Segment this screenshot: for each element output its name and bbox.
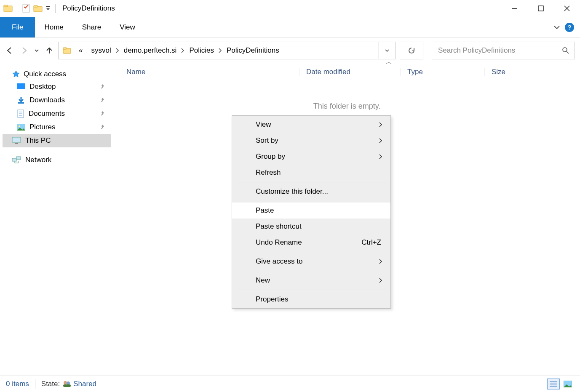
pin-icon — [99, 111, 105, 117]
svg-rect-23 — [16, 157, 21, 160]
download-icon — [17, 96, 25, 104]
svg-rect-9 — [63, 48, 67, 49]
svg-rect-22 — [12, 158, 16, 161]
ctx-new[interactable]: New — [232, 272, 390, 288]
breadcrumb-seg-0[interactable]: sysvol — [87, 46, 115, 55]
ctx-customize-folder[interactable]: Customize this folder... — [232, 184, 390, 200]
maximize-button[interactable] — [528, 0, 554, 17]
svg-rect-5 — [46, 6, 50, 7]
navigation-tree[interactable]: Quick access Desktop Downloads Documents… — [0, 63, 114, 375]
separator — [55, 4, 56, 13]
view-large-icons-button[interactable] — [561, 379, 574, 389]
svg-point-10 — [563, 48, 567, 52]
svg-point-24 — [64, 381, 67, 384]
ctx-undo-rename[interactable]: Undo RenameCtrl+Z — [232, 235, 390, 251]
separator — [35, 379, 35, 389]
tab-home[interactable]: Home — [35, 17, 72, 37]
ribbon-expand-icon[interactable] — [553, 24, 561, 31]
tree-item-documents[interactable]: Documents — [3, 107, 111, 120]
tab-share[interactable]: Share — [73, 17, 110, 37]
forward-button[interactable] — [19, 46, 29, 55]
new-folder-icon[interactable] — [33, 4, 43, 13]
ctx-sort-by[interactable]: Sort by — [232, 133, 390, 149]
chevron-right-icon[interactable] — [218, 48, 222, 53]
help-button[interactable]: ? — [565, 23, 574, 32]
address-folder-icon — [59, 46, 75, 55]
svg-rect-7 — [538, 6, 543, 11]
chevron-right-icon — [379, 277, 383, 283]
tree-item-desktop[interactable]: Desktop — [3, 80, 111, 93]
svg-rect-13 — [18, 102, 24, 104]
svg-rect-20 — [12, 137, 21, 142]
breadcrumb-seg-1[interactable]: demo.perftech.si — [120, 46, 181, 55]
context-menu: View Sort by Group by Refresh Customize … — [232, 115, 391, 309]
main-area: Quick access Desktop Downloads Documents… — [0, 63, 580, 375]
refresh-button[interactable] — [400, 42, 423, 59]
back-button[interactable] — [5, 46, 14, 55]
pc-icon — [12, 137, 21, 144]
recent-locations-button[interactable] — [34, 48, 40, 53]
ctx-view[interactable]: View — [232, 117, 390, 133]
quick-access-toolbar — [0, 4, 61, 13]
chevron-right-icon — [379, 154, 383, 160]
qat-dropdown-icon[interactable] — [45, 5, 51, 11]
ctx-paste-shortcut[interactable]: Paste shortcut — [232, 219, 390, 235]
title-bar: PolicyDefinitions — [0, 0, 580, 17]
svg-rect-2 — [23, 5, 29, 12]
tree-network[interactable]: Network — [3, 153, 111, 167]
window-controls — [502, 0, 580, 17]
column-size[interactable]: Size — [484, 68, 543, 76]
svg-rect-21 — [15, 143, 18, 144]
status-item-count: 0 items — [6, 380, 29, 388]
breadcrumb-prefix[interactable]: « — [75, 46, 87, 55]
empty-folder-message: This folder is empty. — [114, 102, 580, 111]
chevron-right-icon[interactable] — [181, 48, 185, 53]
column-date-modified[interactable]: Date modified — [299, 68, 400, 76]
close-button[interactable] — [554, 0, 580, 17]
search-input[interactable] — [437, 46, 562, 55]
window-title: PolicyDefinitions — [61, 4, 115, 13]
separator — [237, 290, 385, 290]
properties-icon[interactable] — [21, 4, 31, 13]
breadcrumb-seg-3[interactable]: PolicyDefinitions — [222, 46, 283, 55]
svg-rect-28 — [550, 384, 557, 384]
tree-quick-access[interactable]: Quick access — [3, 70, 111, 78]
ctx-paste[interactable]: Paste — [232, 203, 390, 219]
svg-rect-12 — [17, 83, 25, 89]
address-bar[interactable]: « sysvol demo.perftech.si Policies Polic… — [58, 42, 396, 59]
view-details-button[interactable] — [547, 379, 560, 389]
tab-file[interactable]: File — [0, 17, 35, 37]
separator — [237, 201, 385, 201]
tree-item-pictures[interactable]: Pictures — [3, 120, 111, 134]
pin-icon — [99, 97, 105, 103]
search-box[interactable] — [432, 42, 575, 59]
pin-icon — [99, 124, 105, 130]
status-state-value: Shared — [73, 380, 96, 388]
ctx-give-access-to[interactable]: Give access to — [232, 253, 390, 269]
content-pane[interactable]: ︿ Name Date modified Type Size This fold… — [114, 63, 580, 375]
tab-view[interactable]: View — [110, 17, 144, 37]
ctx-refresh[interactable]: Refresh — [232, 165, 390, 181]
chevron-right-icon[interactable] — [115, 48, 120, 53]
svg-point-25 — [67, 381, 70, 385]
star-icon — [12, 70, 20, 78]
breadcrumb-seg-2[interactable]: Policies — [185, 46, 218, 55]
up-button[interactable] — [45, 46, 54, 55]
chevron-right-icon — [379, 138, 383, 144]
svg-rect-26 — [63, 384, 71, 387]
folder-icon — [3, 4, 13, 13]
chevron-right-icon — [379, 259, 383, 264]
column-type[interactable]: Type — [400, 68, 484, 76]
address-history-button[interactable] — [378, 42, 395, 59]
sort-indicator-icon: ︿ — [198, 58, 580, 63]
tree-this-pc[interactable]: This PC — [3, 134, 111, 147]
ctx-properties[interactable]: Properties — [232, 291, 390, 307]
column-name[interactable]: Name — [114, 68, 299, 76]
tree-item-downloads[interactable]: Downloads — [3, 93, 111, 107]
svg-rect-29 — [550, 386, 557, 387]
minimize-button[interactable] — [502, 0, 528, 17]
ctx-group-by[interactable]: Group by — [232, 149, 390, 165]
separator — [237, 182, 385, 182]
document-icon — [17, 109, 24, 118]
search-icon[interactable] — [562, 47, 569, 54]
